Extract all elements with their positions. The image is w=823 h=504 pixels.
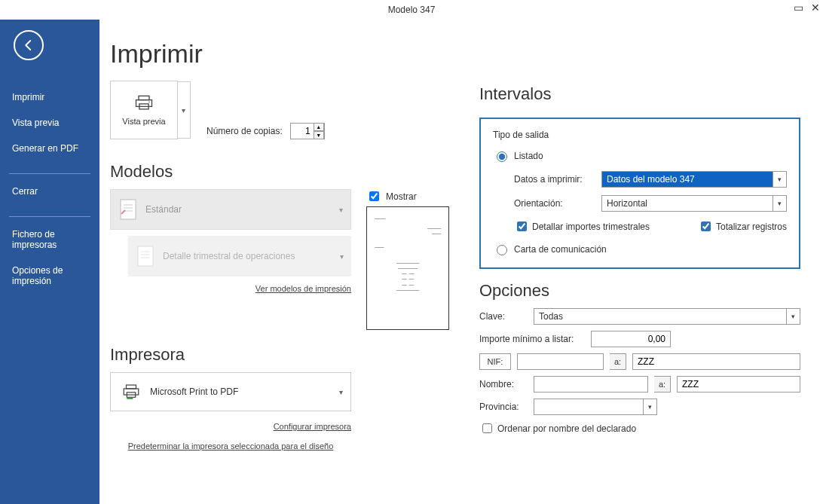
preview-button-label: Vista previa (122, 117, 165, 126)
intervals-title: Intervalos (479, 84, 800, 104)
window-close-icon[interactable]: ✕ (811, 2, 820, 14)
printer-icon (133, 94, 155, 112)
province-select[interactable]: ▾ (534, 399, 657, 415)
options-title: Opciones (479, 281, 800, 301)
nif-from-input[interactable] (517, 353, 604, 370)
orientation-label: Orientación: (514, 198, 595, 209)
model-detail-label: Detalle trimestral de operaciones (163, 251, 295, 261)
configure-printer-link[interactable]: Configurar impresora (110, 422, 351, 431)
radio-letter[interactable] (497, 245, 507, 255)
window-maximize-icon[interactable]: ▭ (794, 2, 803, 14)
back-button[interactable] (14, 30, 44, 60)
name-from-input[interactable] (534, 376, 648, 393)
sidebar-item-pdf[interactable]: Generar en PDF (0, 136, 99, 161)
view-models-link[interactable]: Ver modelos de impresión (110, 284, 351, 293)
sidebar-item-print[interactable]: Imprimir (0, 84, 99, 110)
nif-to-label: a: (610, 353, 626, 370)
preview-button[interactable]: Vista previa ▾ (110, 81, 178, 139)
document-icon (120, 199, 136, 220)
copies-up-button[interactable]: ▲ (314, 123, 324, 131)
svg-point-3 (148, 101, 150, 102)
name-to-input[interactable] (677, 376, 800, 393)
show-preview-checkbox[interactable] (369, 191, 379, 201)
key-select[interactable]: Todas ▾ (534, 308, 800, 325)
model-detail-tile[interactable]: Detalle trimestral de operaciones ▾ (128, 236, 351, 276)
sidebar-item-print-options[interactable]: Opciones de impresión (0, 258, 99, 294)
detail-quarterly-label: Detallar importes trimestrales (532, 221, 650, 232)
province-label: Provincia: (479, 402, 528, 412)
nif-to-input[interactable] (632, 353, 800, 370)
chevron-down-icon: ▾ (786, 309, 800, 324)
totalize-label: Totalizar registros (716, 221, 787, 232)
key-value: Todas (539, 311, 563, 322)
svg-rect-8 (138, 246, 153, 266)
min-amount-label: Importe mínimo a listar: (479, 334, 585, 344)
totalize-checkbox[interactable] (701, 221, 711, 231)
key-label: Clave: (479, 311, 528, 322)
models-title: Modelos (110, 162, 457, 182)
chevron-down-icon: ▾ (773, 196, 786, 211)
svg-rect-13 (124, 389, 139, 395)
radio-list-label: Listado (514, 151, 543, 161)
printer-name: Microsoft Print to PDF (150, 386, 238, 397)
orientation-value: Horizontal (607, 198, 647, 209)
sidebar-item-printers-file[interactable]: Fichero de impresoras (0, 221, 99, 258)
model-standard-label: Estándar (145, 204, 182, 215)
window-title: Modelo 347 (388, 5, 436, 15)
copies-input[interactable] (291, 126, 314, 136)
printer-title: Impresora (110, 345, 457, 365)
nif-label: NIF: (479, 353, 511, 370)
name-label: Nombre: (479, 379, 528, 389)
page-title: Imprimir (110, 39, 457, 69)
sort-by-name-checkbox[interactable] (482, 423, 492, 433)
chevron-down-icon: ▾ (340, 252, 344, 261)
output-type-panel: Tipo de salida Listado Datos a imprimir:… (479, 118, 800, 269)
data-to-print-select[interactable]: Datos del modelo 347 ▾ (601, 171, 787, 188)
set-default-printer-link[interactable]: Predeterminar la impresora seleccionada … (110, 441, 351, 451)
copies-label: Número de copias: (207, 126, 283, 136)
chevron-down-icon: ▾ (339, 388, 343, 396)
detail-quarterly-checkbox[interactable] (517, 221, 527, 231)
printer-icon (121, 383, 141, 400)
radio-list[interactable] (497, 151, 507, 162)
min-amount-input[interactable] (591, 331, 671, 347)
sidebar-item-preview[interactable]: Vista previa (0, 110, 99, 136)
copies-down-button[interactable]: ▼ (314, 131, 324, 139)
data-to-print-label: Datos a imprimir: (514, 174, 595, 185)
name-to-label: a: (654, 376, 671, 393)
document-icon (137, 246, 154, 267)
chevron-down-icon: ▾ (773, 172, 786, 187)
sidebar-item-close[interactable]: Cerrar (0, 179, 99, 204)
svg-rect-1 (136, 100, 152, 107)
chevron-down-icon: ▾ (643, 399, 656, 414)
panel-legend: Tipo de salida (493, 130, 787, 140)
preview-dropdown-icon[interactable]: ▾ (177, 81, 191, 139)
page-preview-thumbnail: ━━━━━━━ ━━━━━━━━━━━━━━━ ━━━━━━ ━━━━━━━━━… (366, 206, 449, 330)
svg-rect-12 (127, 385, 136, 389)
model-standard-tile[interactable]: Estándar ▾ (110, 189, 351, 230)
printer-select[interactable]: Microsoft Print to PDF ▾ (110, 372, 351, 411)
data-to-print-value: Datos del modelo 347 (607, 174, 695, 185)
svg-rect-0 (139, 96, 149, 99)
chevron-down-icon: ▾ (339, 206, 343, 214)
arrow-left-icon (22, 38, 35, 52)
radio-letter-label: Carta de comunicación (514, 244, 607, 255)
svg-rect-4 (121, 200, 136, 219)
show-preview-label: Mostrar (386, 191, 417, 202)
orientation-select[interactable]: Horizontal ▾ (601, 195, 787, 212)
svg-rect-15 (127, 397, 133, 399)
sort-by-name-label: Ordenar por nombre del declarado (497, 423, 636, 434)
